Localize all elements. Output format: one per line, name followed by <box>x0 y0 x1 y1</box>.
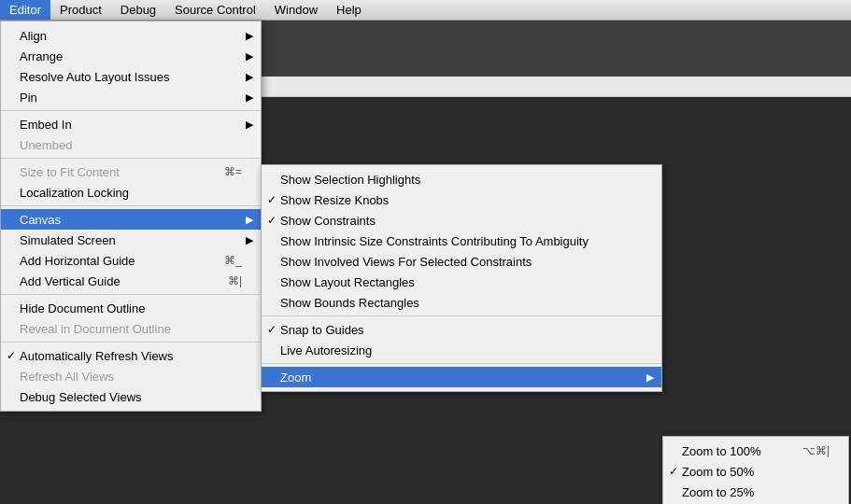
menu-item-pin-label: Pin <box>20 91 37 105</box>
canvas-item-layout-rects-label: Show Layout Rectangles <box>280 275 415 289</box>
canvas-item-live-autoresize[interactable]: Live Autoresizing <box>262 340 661 360</box>
zoom-item-25-label: Zoom to 25% <box>682 485 754 499</box>
canvas-item-zoom-label: Zoom <box>280 371 311 385</box>
menu-item-simulated-screen[interactable]: Simulated Screen ▶ <box>1 230 261 250</box>
menu-debug[interactable]: Debug <box>111 0 165 20</box>
separator-5 <box>1 342 261 343</box>
canvas-submenu: Show Selection Highlights ✓ Show Resize … <box>261 164 662 392</box>
canvas-item-layout-rects[interactable]: Show Layout Rectangles <box>262 272 661 292</box>
menu-item-add-v-guide-label: Add Vertical Guide <box>20 274 121 288</box>
menu-item-size-fit: Size to Fit Content ⌘= <box>1 161 261 182</box>
arrow-icon: ▶ <box>246 91 253 104</box>
canvas-item-intrinsic-label: Show Intrinsic Size Constraints Contribu… <box>280 234 589 248</box>
canvas-item-resize-knobs-label: Show Resize Knobs <box>280 193 389 207</box>
menu-item-embed-label: Embed In <box>20 118 72 132</box>
separator-2 <box>1 158 261 159</box>
zoom-item-50[interactable]: ✓ Zoom to 50% <box>663 461 848 482</box>
arrow-icon: ▶ <box>246 50 253 63</box>
checkmark-icon: ✓ <box>669 465 678 478</box>
arrow-icon: ▶ <box>246 119 253 131</box>
menu-item-unembed-label: Unembed <box>20 138 72 152</box>
menu-item-reveal-outline: Reveal in Document Outline <box>1 318 261 339</box>
menu-editor[interactable]: Editor <box>0 0 50 20</box>
separator-1 <box>1 110 261 111</box>
canvas-item-zoom[interactable]: Zoom ▶ <box>262 367 661 387</box>
menu-item-add-h-guide[interactable]: Add Horizontal Guide ⌘_ <box>1 250 261 271</box>
shortcut-v-guide: ⌘| <box>228 274 242 287</box>
menu-item-simulated-label: Simulated Screen <box>20 233 116 247</box>
canvas-item-resize-knobs[interactable]: ✓ Show Resize Knobs <box>262 189 661 210</box>
arrow-icon: ▶ <box>246 30 253 42</box>
menu-item-embed-in[interactable]: Embed In ▶ <box>1 114 261 134</box>
menu-item-pin[interactable]: Pin ▶ <box>1 87 261 107</box>
canvas-item-snap-guides[interactable]: ✓ Snap to Guides <box>262 319 661 340</box>
canvas-item-snap-guides-label: Snap to Guides <box>280 323 364 337</box>
menu-item-canvas[interactable]: Canvas ▶ <box>1 209 261 230</box>
zoom-submenu: Zoom to 100% ⌥⌘| ✓ Zoom to 50% Zoom to 2… <box>662 436 849 504</box>
menu-item-localization[interactable]: Localization Locking <box>1 182 261 203</box>
canvas-item-intrinsic-size[interactable]: Show Intrinsic Size Constraints Contribu… <box>262 231 661 251</box>
checkmark-icon: ✓ <box>267 323 277 336</box>
menu-source-control[interactable]: Source Control <box>165 0 265 20</box>
editor-menu: Align ▶ Arrange ▶ Resolve Auto Layout Is… <box>0 21 262 412</box>
menu-item-debug-views[interactable]: Debug Selected Views <box>1 386 261 407</box>
canvas-separator-2 <box>262 363 661 364</box>
canvas-item-constraints[interactable]: ✓ Show Constraints <box>262 210 661 231</box>
shortcut-h-guide: ⌘_ <box>224 254 242 267</box>
menu-item-align[interactable]: Align ▶ <box>1 25 261 46</box>
menu-item-localization-label: Localization Locking <box>20 186 129 200</box>
shortcut-size-fit: ⌘= <box>224 165 242 178</box>
menu-item-refresh-all-label: Refresh All Views <box>20 370 114 384</box>
menu-item-unembed: Unembed <box>1 134 261 155</box>
menu-item-canvas-label: Canvas <box>20 213 61 227</box>
canvas-item-live-autoresize-label: Live Autoresizing <box>280 343 372 357</box>
canvas-item-constraints-label: Show Constraints <box>280 214 376 228</box>
zoom-item-100-label: Zoom to 100% <box>682 444 761 458</box>
arrow-icon: ▶ <box>246 71 253 83</box>
zoom-item-25[interactable]: Zoom to 25% <box>663 482 848 502</box>
menu-item-auto-refresh[interactable]: ✓ Automatically Refresh Views <box>1 345 261 366</box>
menu-product[interactable]: Product <box>50 0 111 20</box>
menu-window[interactable]: Window <box>265 0 327 20</box>
checkmark-icon: ✓ <box>7 349 16 362</box>
checkmark-icon: ✓ <box>267 214 277 227</box>
canvas-item-bounds-rects-label: Show Bounds Rectangles <box>280 296 419 310</box>
menu-item-hide-outline[interactable]: Hide Document Outline <box>1 298 261 318</box>
menu-item-debug-label: Debug Selected Views <box>20 390 142 404</box>
canvas-separator-1 <box>262 315 661 316</box>
canvas-item-selection-highlights[interactable]: Show Selection Highlights <box>262 169 661 189</box>
canvas-item-involved-label: Show Involved Views For Selected Constra… <box>280 255 532 269</box>
separator-3 <box>1 205 261 206</box>
arrow-icon: ▶ <box>246 234 253 246</box>
canvas-item-sel-hl-label: Show Selection Highlights <box>280 173 420 187</box>
zoom-item-100[interactable]: Zoom to 100% ⌥⌘| <box>663 441 848 461</box>
menu-item-reveal-label: Reveal in Document Outline <box>20 322 171 336</box>
menu-item-refresh-all: Refresh All Views <box>1 366 261 386</box>
menu-item-align-label: Align <box>20 29 47 43</box>
menu-item-add-v-guide[interactable]: Add Vertical Guide ⌘| <box>1 271 261 291</box>
menu-item-hide-outline-label: Hide Document Outline <box>20 301 145 315</box>
menu-item-arrange-label: Arrange <box>20 49 63 63</box>
zoom-item-50-label: Zoom to 50% <box>682 465 754 479</box>
menu-item-resolve-autolayout[interactable]: Resolve Auto Layout Issues ▶ <box>1 66 261 87</box>
menu-item-size-fit-label: Size to Fit Content <box>20 165 120 179</box>
menu-item-resolve-label: Resolve Auto Layout Issues <box>20 70 169 84</box>
menu-item-add-h-guide-label: Add Horizontal Guide <box>20 254 135 268</box>
arrow-icon: ▶ <box>246 214 253 226</box>
menu-help[interactable]: Help <box>327 0 371 20</box>
menu-item-arrange[interactable]: Arrange ▶ <box>1 46 261 66</box>
menu-bar: Editor Product Debug Source Control Wind… <box>0 0 851 21</box>
arrow-icon: ▶ <box>646 371 654 384</box>
checkmark-icon: ✓ <box>267 193 277 206</box>
separator-4 <box>1 294 261 295</box>
canvas-item-involved-views[interactable]: Show Involved Views For Selected Constra… <box>262 251 661 272</box>
canvas-item-bounds-rects[interactable]: Show Bounds Rectangles <box>262 292 661 313</box>
shortcut-zoom-100: ⌥⌘| <box>802 444 830 457</box>
menu-item-auto-refresh-label: Automatically Refresh Views <box>20 349 174 363</box>
